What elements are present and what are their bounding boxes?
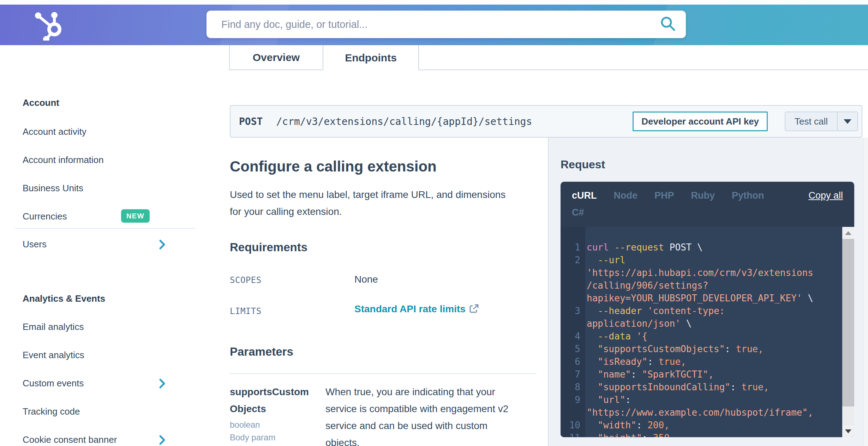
- scopes-value: None: [354, 274, 378, 285]
- sidebar-item-cookie-consent-banner[interactable]: Cookie consent banner: [23, 433, 117, 446]
- line-number: 6: [561, 355, 580, 368]
- code-line: hapikey=YOUR_HUBSPOT_DEVELOPER_API_KEY' …: [561, 292, 842, 305]
- code-line: 9 "url":: [561, 393, 842, 406]
- search-bar: [206, 11, 686, 38]
- panel-scrollbar-track[interactable]: [863, 138, 868, 446]
- sidebar-item-users[interactable]: Users: [23, 237, 47, 251]
- code-line: 6 "isReady": true,: [561, 355, 842, 368]
- parameter-kind: Body param: [230, 433, 275, 442]
- tab-bottom-border: [419, 70, 868, 70]
- scopes-label: SCOPES: [230, 275, 262, 285]
- scroll-down-icon: [845, 429, 851, 433]
- requirements-heading: Requirements: [230, 241, 307, 254]
- language-tabs-row: C#: [572, 207, 584, 218]
- line-number: [561, 406, 580, 419]
- sidebar-nav: AccountAccount activityAccount informati…: [0, 45, 198, 446]
- scroll-up-button[interactable]: [842, 227, 854, 239]
- column-divider: [548, 138, 549, 446]
- http-method-label: POST: [239, 116, 263, 127]
- code-scroll-area: 1curl --request POST \2 --url'https://ap…: [561, 227, 854, 437]
- search-icon[interactable]: [660, 16, 676, 33]
- parameter-description: When true, you are indicating that your …: [325, 384, 523, 446]
- code-line: 3 --header 'content-type:: [561, 305, 842, 317]
- top-white-strip: [0, 0, 868, 5]
- language-tabs-row: cURLNodePHPRubyPythonCopy all: [572, 190, 843, 201]
- code-line: 7 "name": "SparkTGCTI",: [561, 368, 842, 381]
- test-call-button[interactable]: Test call: [785, 112, 838, 131]
- sidebar-item-event-analytics[interactable]: Event analytics: [23, 348, 84, 362]
- scroll-up-icon: [845, 231, 851, 235]
- line-number: 2: [561, 254, 580, 266]
- code-line: "https://www.example.com/hubspot/iframe"…: [561, 406, 842, 419]
- endpoint-path: /crm/v3/extensions/calling/{appId}/setti…: [276, 116, 532, 127]
- code-line: 11 "height": 350: [561, 432, 842, 437]
- new-badge: NEW: [121, 209, 150, 223]
- language-tab-curl[interactable]: cURL: [572, 190, 597, 201]
- line-number: 7: [561, 368, 580, 381]
- parameter-name: supportsCustomObjects: [230, 384, 309, 417]
- code-line: 8 "supportsInboundCalling": true,: [561, 381, 842, 393]
- endpoint-bar: POST /crm/v3/extensions/calling/{appId}/…: [230, 105, 862, 138]
- test-call-dropdown-button[interactable]: [838, 112, 857, 131]
- language-tab-c[interactable]: C#: [572, 207, 584, 218]
- developer-api-key-button[interactable]: Developer account API key: [633, 112, 768, 131]
- line-number: [561, 292, 580, 305]
- sidebar-item-account-activity[interactable]: Account activity: [23, 125, 86, 139]
- line-number: [561, 266, 580, 279]
- rate-limits-link-text: Standard API rate limits: [354, 303, 466, 315]
- line-number: [561, 279, 580, 292]
- code-line: 1curl --request POST \: [561, 241, 842, 254]
- code-line: application/json' \: [561, 317, 842, 330]
- chevron-right-icon[interactable]: [159, 378, 166, 390]
- code-line: 4 --data '{: [561, 330, 842, 343]
- code-line: 5 "supportsCustomObjects": true,: [561, 343, 842, 355]
- hubspot-docs-page: AccountAccount activityAccount informati…: [0, 0, 868, 446]
- sidebar-divider: [15, 228, 195, 229]
- language-tab-node[interactable]: Node: [614, 190, 638, 201]
- language-tab-python[interactable]: Python: [732, 190, 764, 201]
- test-call-split-button: Test call: [785, 112, 858, 131]
- sidebar-item-email-analytics[interactable]: Email analytics: [23, 320, 84, 334]
- request-heading: Request: [561, 158, 605, 171]
- sidebar-item-custom-events[interactable]: Custom events: [23, 376, 84, 390]
- limits-label: LIMITS: [230, 306, 262, 316]
- language-tab-ruby[interactable]: Ruby: [691, 190, 715, 201]
- copy-all-button[interactable]: Copy all: [808, 190, 843, 201]
- code-scrollbar[interactable]: [842, 227, 854, 437]
- sidebar-item-currencies[interactable]: Currencies: [23, 209, 67, 223]
- page-description: Used to set the menu label, target ifram…: [230, 186, 517, 220]
- page-title: Configure a calling extension: [230, 158, 437, 175]
- sidebar-section-heading: Account: [23, 96, 59, 110]
- sidebar-item-account-information[interactable]: Account information: [23, 153, 104, 167]
- code-rows: 1curl --request POST \2 --url'https://ap…: [561, 241, 842, 437]
- sidebar-item-business-units[interactable]: Business Units: [23, 181, 83, 195]
- hubspot-logo-icon[interactable]: [34, 6, 62, 42]
- scroll-down-button[interactable]: [842, 425, 854, 437]
- line-number: 8: [561, 381, 580, 393]
- code-line: 2 --url: [561, 254, 842, 266]
- external-link-icon: [469, 304, 479, 314]
- rate-limits-link[interactable]: Standard API rate limits: [354, 303, 479, 315]
- code-line: /calling/906/settings?: [561, 279, 842, 292]
- caret-down-icon: [844, 119, 851, 124]
- sidebar-item-tracking-code[interactable]: Tracking code: [23, 404, 80, 418]
- line-number: 11: [561, 432, 580, 437]
- tab-endpoints[interactable]: Endpoints: [323, 45, 419, 70]
- parameters-heading: Parameters: [230, 345, 293, 358]
- sidebar-section-heading: Analytics & Events: [23, 291, 105, 306]
- line-number: 3: [561, 305, 580, 317]
- parameters-divider: [230, 373, 537, 374]
- line-number: 5: [561, 343, 580, 355]
- language-tab-php[interactable]: PHP: [654, 190, 674, 201]
- line-number: [561, 317, 580, 330]
- code-sample-block: cURLNodePHPRubyPythonCopy all C# 1curl -…: [561, 182, 854, 437]
- chevron-right-icon[interactable]: [159, 435, 166, 446]
- scrollbar-thumb[interactable]: [842, 239, 854, 406]
- chevron-right-icon[interactable]: [159, 239, 166, 251]
- parameter-type: boolean: [230, 420, 260, 430]
- line-number: 10: [561, 419, 580, 432]
- line-number: 9: [561, 393, 580, 406]
- search-input[interactable]: [221, 18, 660, 31]
- tab-overview[interactable]: Overview: [229, 45, 323, 70]
- line-number: 1: [561, 241, 580, 254]
